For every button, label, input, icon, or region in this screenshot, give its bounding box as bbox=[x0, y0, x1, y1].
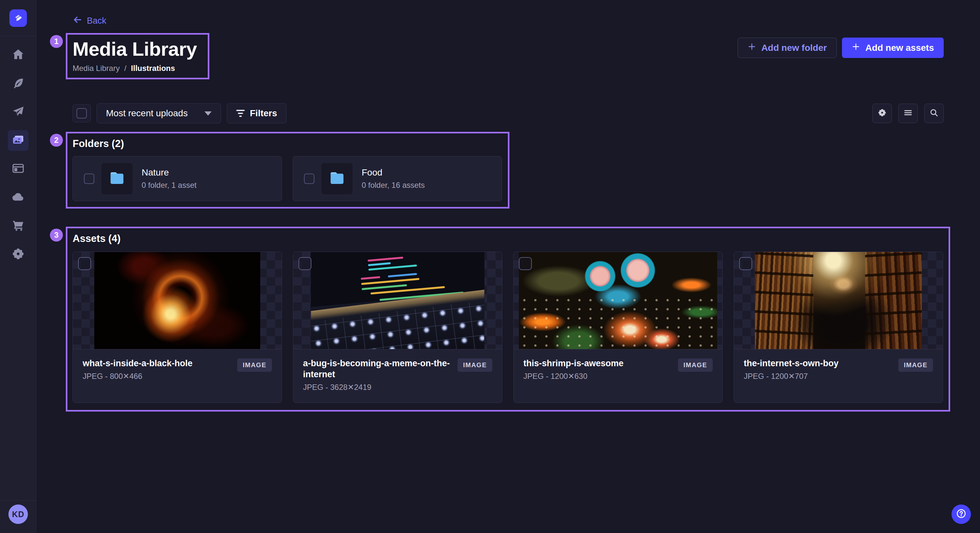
folder-meta: 0 folder, 1 asset bbox=[142, 181, 196, 190]
breadcrumb-parent[interactable]: Media Library bbox=[73, 64, 119, 73]
page-title: Media Library bbox=[73, 39, 208, 60]
folder-texts: Nature 0 folder, 1 asset bbox=[142, 167, 196, 190]
back-link[interactable]: Back bbox=[73, 15, 106, 27]
add-folder-label: Add new folder bbox=[761, 43, 827, 53]
folder-icon bbox=[108, 169, 126, 189]
black-hole-photo bbox=[94, 252, 260, 349]
list-view-button[interactable] bbox=[898, 104, 918, 123]
asset-meta: JPEG - 800✕466 bbox=[83, 372, 231, 381]
add-new-assets-button[interactable]: Add new assets bbox=[842, 38, 944, 58]
user-avatar[interactable]: KD bbox=[8, 504, 28, 524]
sidebar-item-content[interactable] bbox=[8, 73, 29, 94]
asset-checkbox[interactable] bbox=[299, 257, 312, 270]
add-assets-label: Add new assets bbox=[865, 43, 934, 53]
folder-texts: Food 0 folder, 16 assets bbox=[362, 167, 425, 190]
folder-meta: 0 folder, 16 assets bbox=[362, 181, 425, 190]
select-all-button[interactable] bbox=[73, 104, 91, 122]
cloud-icon bbox=[11, 190, 25, 205]
view-settings-button[interactable] bbox=[872, 104, 892, 123]
asset-title: what-s-inside-a-black-hole bbox=[83, 358, 231, 369]
arrow-left-icon bbox=[73, 15, 82, 27]
folders-heading: Folders (2) bbox=[73, 137, 508, 150]
back-label: Back bbox=[87, 16, 106, 26]
assets-heading: Assets (4) bbox=[73, 232, 948, 245]
asset-thumbnail bbox=[734, 252, 943, 349]
sidebar-item-content-type-builder[interactable] bbox=[8, 159, 29, 179]
sidebar-item-home[interactable] bbox=[8, 45, 29, 65]
asset-checkbox[interactable] bbox=[519, 257, 532, 270]
annotation-badge-3: 3 bbox=[50, 228, 63, 241]
folder-name: Nature bbox=[142, 167, 196, 178]
annotation-badge-2: 2 bbox=[50, 134, 63, 147]
asset-type-badge: IMAGE bbox=[458, 359, 492, 372]
search-icon bbox=[929, 108, 939, 119]
sidebar-item-marketplace[interactable] bbox=[8, 216, 29, 236]
sidebar-item-releases[interactable] bbox=[8, 102, 29, 122]
assets-list: what-s-inside-a-black-hole JPEG - 800✕46… bbox=[73, 252, 948, 403]
media-library-page: { "colors": { "accent": "#4945ff", "link… bbox=[0, 0, 980, 533]
asset-card-shrimp[interactable]: this-shrimp-is-awesome JPEG - 1200✕630 I… bbox=[513, 252, 723, 403]
asset-type-badge: IMAGE bbox=[237, 359, 272, 372]
folders-list: Nature 0 folder, 1 asset Food 0 folder, … bbox=[73, 156, 508, 201]
folder-card-food[interactable]: Food 0 folder, 16 assets bbox=[293, 156, 502, 201]
asset-thumbnail bbox=[293, 252, 502, 349]
sort-dropdown[interactable]: Most recent uploads bbox=[97, 103, 221, 124]
asset-title: a-bug-is-becoming-a-meme-on-the-internet bbox=[303, 358, 452, 380]
asset-thumbnail bbox=[73, 252, 282, 349]
help-icon bbox=[956, 508, 967, 520]
asset-info: what-s-inside-a-black-hole JPEG - 800✕46… bbox=[73, 349, 282, 403]
send-icon bbox=[11, 105, 25, 119]
folder-checkbox[interactable] bbox=[84, 174, 94, 184]
asset-texts: the-internet-s-own-boy JPEG - 1200✕707 bbox=[744, 358, 898, 381]
asset-card-black-hole[interactable]: what-s-inside-a-black-hole JPEG - 800✕46… bbox=[73, 252, 282, 403]
toolbar-right-group bbox=[872, 104, 944, 123]
logo-container bbox=[0, 0, 36, 36]
cart-icon bbox=[11, 219, 25, 233]
folder-checkbox[interactable] bbox=[304, 174, 314, 184]
folder-icon-tile bbox=[102, 163, 132, 194]
breadcrumb: Media Library / Illustrations bbox=[73, 64, 208, 73]
select-all-checkbox[interactable] bbox=[76, 108, 87, 119]
asset-type-badge: IMAGE bbox=[678, 359, 713, 372]
list-icon bbox=[903, 108, 913, 119]
breadcrumb-current: Illustrations bbox=[131, 64, 175, 73]
folder-icon bbox=[328, 169, 346, 189]
home-icon bbox=[11, 48, 25, 62]
asset-info: a-bug-is-becoming-a-meme-on-the-internet… bbox=[293, 349, 502, 403]
sidebar-divider bbox=[0, 500, 36, 501]
plus-icon bbox=[748, 43, 756, 53]
folder-name: Food bbox=[362, 167, 425, 178]
search-button[interactable] bbox=[924, 104, 944, 123]
sidebar: KD bbox=[0, 0, 36, 533]
asset-card-internets-own-boy[interactable]: the-internet-s-own-boy JPEG - 1200✕707 I… bbox=[734, 252, 943, 403]
sidebar-item-settings[interactable] bbox=[8, 244, 29, 265]
strapi-logo[interactable] bbox=[10, 10, 27, 27]
laptop-code-photo bbox=[311, 252, 485, 349]
folder-card-nature[interactable]: Nature 0 folder, 1 asset bbox=[73, 156, 282, 201]
asset-info: the-internet-s-own-boy JPEG - 1200✕707 I… bbox=[734, 349, 943, 403]
library-portrait-photo bbox=[755, 252, 922, 349]
sidebar-item-media-library[interactable] bbox=[8, 130, 29, 151]
asset-meta: JPEG - 3628✕2419 bbox=[303, 383, 452, 392]
help-button[interactable] bbox=[951, 504, 971, 524]
sidebar-item-deploy[interactable] bbox=[8, 187, 29, 208]
filters-label: Filters bbox=[250, 108, 277, 119]
filter-icon bbox=[236, 110, 245, 117]
asset-card-bug-meme[interactable]: a-bug-is-becoming-a-meme-on-the-internet… bbox=[293, 252, 502, 403]
chevron-down-icon bbox=[205, 111, 212, 116]
sidebar-nav bbox=[0, 36, 36, 265]
header-actions: Add new folder Add new assets bbox=[738, 38, 944, 58]
asset-texts: a-bug-is-becoming-a-meme-on-the-internet… bbox=[303, 358, 458, 392]
annotation-box-2: 2 Folders (2) Nature 0 folder, 1 asset F… bbox=[66, 132, 509, 209]
folder-icon-tile bbox=[321, 163, 353, 194]
asset-checkbox[interactable] bbox=[739, 257, 752, 270]
add-new-folder-button[interactable]: Add new folder bbox=[738, 38, 837, 58]
asset-meta: JPEG - 1200✕630 bbox=[523, 372, 672, 381]
mantis-shrimp-photo bbox=[519, 252, 717, 349]
annotation-box-1: 1 Media Library Media Library / Illustra… bbox=[66, 33, 209, 79]
asset-meta: JPEG - 1200✕707 bbox=[744, 372, 892, 381]
asset-checkbox[interactable] bbox=[78, 257, 91, 270]
asset-title: this-shrimp-is-awesome bbox=[523, 358, 672, 369]
plus-icon bbox=[852, 43, 860, 53]
filters-button[interactable]: Filters bbox=[227, 103, 286, 124]
